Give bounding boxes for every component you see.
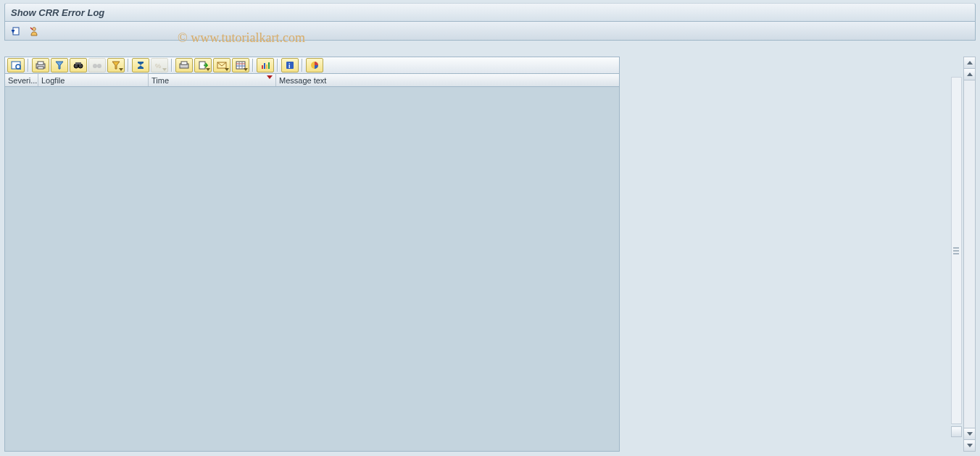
svg-point-1 [33, 27, 36, 30]
svg-text:i: i [288, 62, 291, 70]
arrow-down-icon [967, 432, 973, 436]
separator [277, 59, 278, 72]
application-toolbar [4, 22, 976, 41]
find-button[interactable] [51, 58, 68, 72]
scrollbar-track[interactable] [964, 80, 975, 428]
svg-point-12 [97, 64, 101, 68]
svg-text:%: % [155, 62, 161, 70]
scrollbar-grip-icon [953, 247, 959, 254]
arrow-up-icon [967, 72, 973, 76]
abc-button[interactable] [306, 58, 323, 72]
alv-grid-pane: % i [4, 57, 620, 452]
separator [302, 59, 303, 72]
svg-rect-10 [75, 62, 81, 65]
vertical-scrollbar[interactable] [963, 57, 976, 452]
graphic-button[interactable] [257, 58, 274, 72]
details-button[interactable] [7, 58, 25, 72]
svg-rect-15 [181, 62, 187, 65]
refresh-button[interactable] [9, 25, 24, 38]
svg-rect-23 [262, 65, 263, 69]
svg-line-4 [20, 68, 21, 70]
separator [252, 59, 254, 72]
bar-chart-icon [260, 61, 270, 70]
column-header-row: Severi... Logfile Time Message text [4, 74, 620, 87]
subtotal-button: % [151, 58, 168, 72]
separator [128, 59, 129, 72]
separator [171, 59, 173, 72]
total-button[interactable] [132, 58, 149, 72]
find-next-button[interactable] [70, 58, 87, 72]
grid-body-empty [4, 87, 620, 452]
svg-rect-26 [268, 62, 270, 69]
info-button[interactable]: i [281, 58, 299, 72]
find-next-disabled-button [88, 58, 106, 72]
scroll-down-button[interactable] [964, 439, 975, 451]
scroll-up-step-button[interactable] [964, 69, 975, 80]
print-preview-icon [179, 61, 189, 70]
column-message[interactable]: Message text [276, 74, 619, 86]
svg-rect-6 [38, 62, 43, 65]
refresh-icon [12, 26, 22, 36]
find-icon [54, 61, 65, 70]
filter-button[interactable] [107, 58, 125, 72]
mail-button[interactable] [213, 58, 231, 72]
right-pane-size-box[interactable] [951, 426, 962, 437]
column-logfile[interactable]: Logfile [38, 74, 149, 86]
svg-rect-7 [38, 67, 43, 69]
column-time-label: Time [151, 76, 169, 85]
separator [28, 59, 29, 72]
print-button[interactable] [32, 58, 49, 72]
local-file-button[interactable] [194, 58, 212, 72]
sigma-icon [136, 61, 146, 70]
arrow-up-icon [967, 61, 973, 65]
binoculars-icon [73, 61, 83, 70]
printer-icon [36, 61, 46, 70]
scroll-up-button[interactable] [964, 57, 975, 69]
svg-point-11 [93, 64, 97, 68]
user-icon [29, 26, 39, 36]
details-icon [11, 61, 21, 70]
binoculars-plus-icon [92, 61, 102, 70]
right-pane-scrollbar[interactable] [951, 77, 962, 424]
info-icon: i [285, 61, 295, 70]
svg-rect-25 [266, 65, 267, 69]
arrow-down-icon [967, 444, 973, 447]
column-time[interactable]: Time [149, 74, 276, 86]
page-title: Show CRR Error Log [11, 7, 104, 18]
user-display-button[interactable] [27, 25, 41, 38]
column-severity[interactable]: Severi... [5, 74, 38, 86]
print-preview-button[interactable] [175, 58, 193, 72]
scroll-down-step-button[interactable] [964, 428, 975, 439]
layout-button[interactable] [232, 58, 249, 72]
svg-rect-24 [264, 63, 265, 69]
pie-chart-icon [310, 61, 320, 70]
title-bar: Show CRR Error Log [4, 3, 976, 22]
alv-toolbar: % i [4, 57, 620, 74]
sort-descending-icon [267, 75, 273, 79]
right-pane [620, 57, 963, 452]
